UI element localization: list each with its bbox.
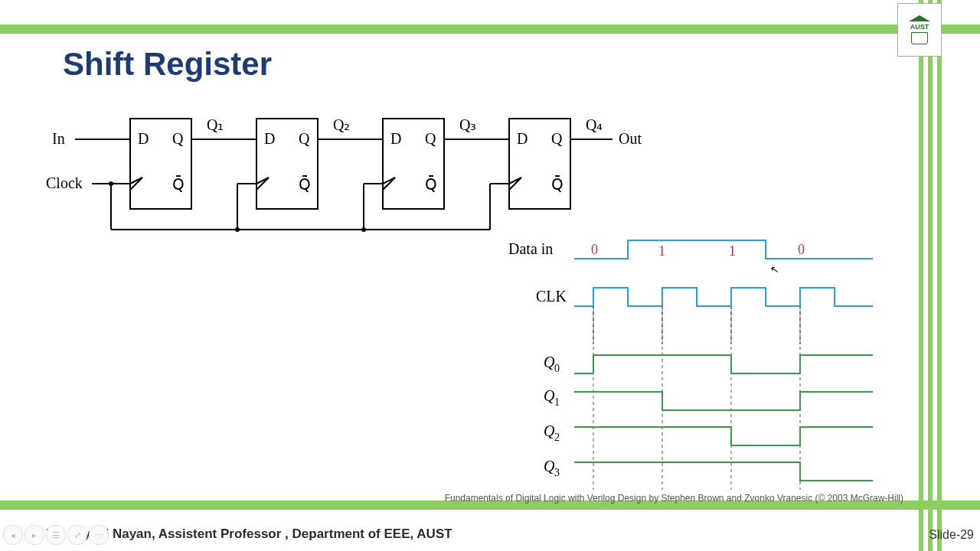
svg-point-19 xyxy=(109,181,113,186)
svg-text:1: 1 xyxy=(729,243,736,259)
svg-text:Q: Q xyxy=(299,130,310,147)
svg-text:D: D xyxy=(264,130,275,147)
svg-text:Data in: Data in xyxy=(508,240,553,257)
menu-button[interactable]: ☰ xyxy=(46,525,66,545)
svg-text:Q₁: Q₁ xyxy=(207,116,224,133)
logo-text: AUST xyxy=(910,23,929,31)
slide-number: Slide-29 xyxy=(929,528,974,542)
svg-text:Q: Q xyxy=(425,130,436,147)
svg-text:In: In xyxy=(52,130,65,147)
svg-text:Q: Q xyxy=(544,458,555,474)
svg-text:Q̄: Q̄ xyxy=(172,175,185,193)
svg-text:Q̄: Q̄ xyxy=(299,175,311,193)
svg-text:D: D xyxy=(138,130,149,147)
right-accent-stripes xyxy=(919,0,942,551)
more-button[interactable]: ⋯ xyxy=(89,525,109,545)
next-button[interactable]: ▸ xyxy=(24,525,44,545)
slideshow-nav: ◂ ▸ ☰ ⤢ ⋯ xyxy=(3,525,109,545)
svg-text:Q̄: Q̄ xyxy=(551,175,564,193)
svg-text:3: 3 xyxy=(554,467,560,478)
svg-text:2: 2 xyxy=(554,432,560,443)
svg-rect-51 xyxy=(570,344,877,497)
svg-text:1: 1 xyxy=(658,243,665,259)
svg-text:Q₃: Q₃ xyxy=(459,116,476,133)
svg-text:Q: Q xyxy=(551,130,563,147)
svg-text:Q₄: Q₄ xyxy=(586,116,603,133)
citation-text: Fundamentals of Digital Logic with Veril… xyxy=(445,493,903,504)
svg-text:Q̄: Q̄ xyxy=(425,175,437,193)
svg-text:Q: Q xyxy=(544,354,555,370)
svg-text:0: 0 xyxy=(591,242,598,257)
svg-text:D: D xyxy=(517,130,528,147)
slide-title: Shift Register xyxy=(63,46,272,83)
svg-text:CLK: CLK xyxy=(536,288,567,305)
svg-text:D: D xyxy=(390,130,401,147)
svg-text:1: 1 xyxy=(554,396,560,408)
prev-button[interactable]: ◂ xyxy=(3,525,23,545)
zoom-button[interactable]: ⤢ xyxy=(67,525,87,545)
mouse-cursor-icon: ↖ xyxy=(769,262,781,276)
svg-text:Out: Out xyxy=(619,130,642,147)
svg-text:Q: Q xyxy=(544,422,555,439)
svg-text:Q₂: Q₂ xyxy=(333,116,350,133)
timing-diagram: Data in CLK Q0 Q1 Q2 Q3 0 1 1 0 xyxy=(505,230,896,497)
svg-point-20 xyxy=(235,227,240,232)
aust-logo: AUST xyxy=(897,3,942,57)
svg-text:Q: Q xyxy=(172,130,184,147)
top-accent-bar xyxy=(0,24,980,34)
svg-text:Q: Q xyxy=(544,387,555,404)
svg-text:0: 0 xyxy=(554,363,560,374)
svg-point-21 xyxy=(361,227,366,232)
svg-text:0: 0 xyxy=(798,242,805,257)
svg-text:Clock: Clock xyxy=(46,174,83,191)
